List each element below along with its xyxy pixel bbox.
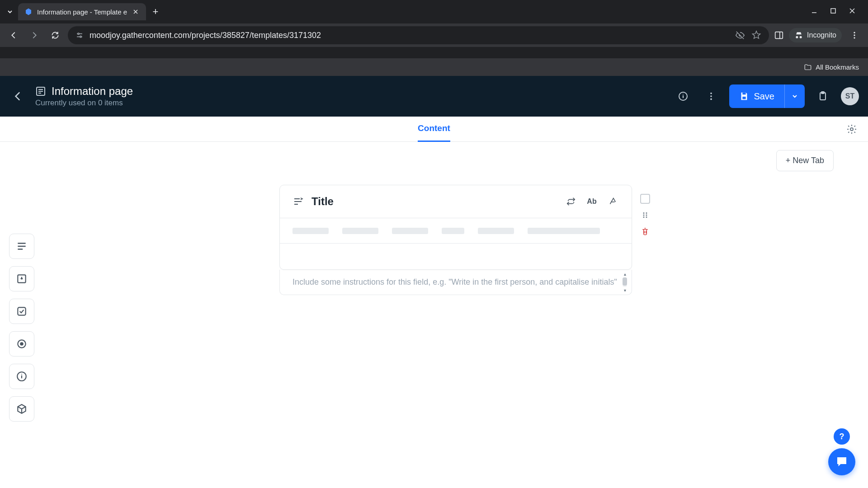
side-panel-icon[interactable] <box>774 30 784 41</box>
svg-point-4 <box>854 32 855 33</box>
url-text: moodjoy.gathercontent.com/projects/38582… <box>90 31 729 40</box>
svg-point-23 <box>646 212 647 214</box>
new-tab-button[interactable]: + New Tab <box>776 150 834 171</box>
svg-point-10 <box>711 95 712 97</box>
incognito-icon <box>794 31 803 40</box>
avatar-initials: ST <box>845 92 854 100</box>
maximize-icon[interactable] <box>830 8 836 16</box>
save-icon <box>739 91 749 101</box>
forward-icon[interactable] <box>26 27 42 43</box>
svg-point-16 <box>850 128 853 131</box>
canvas: Title Ab <box>43 179 868 422</box>
tab-content[interactable]: Content <box>418 116 450 142</box>
tool-text-field[interactable] <box>9 234 34 259</box>
new-tab-row: + New Tab <box>0 142 868 179</box>
tool-attachment[interactable] <box>9 266 34 291</box>
tool-checkbox[interactable] <box>9 299 34 324</box>
instruction-input[interactable]: Include some instructions for this field… <box>279 270 632 295</box>
svg-point-22 <box>643 212 645 214</box>
formatting-toggle-icon[interactable] <box>606 195 619 208</box>
tool-guideline[interactable] <box>9 364 34 389</box>
field-body[interactable] <box>280 243 632 269</box>
scroll-down-icon[interactable]: ▾ <box>624 288 626 293</box>
tab-bar: Information page - Template e + <box>0 0 868 23</box>
svg-point-26 <box>643 216 645 218</box>
svg-point-27 <box>646 216 647 218</box>
text-field-icon <box>292 196 303 207</box>
incognito-label: Incognito <box>807 31 836 39</box>
tab-close-icon[interactable] <box>132 8 140 16</box>
page-title: Information page <box>52 85 133 98</box>
svg-rect-3 <box>775 32 783 39</box>
plain-text-toggle[interactable]: Ab <box>585 195 598 208</box>
bookmarks-bar: All Bookmarks <box>0 58 868 76</box>
bookmark-star-icon[interactable] <box>751 30 762 41</box>
close-window-icon[interactable] <box>849 8 855 16</box>
field-title[interactable]: Title <box>311 195 334 208</box>
back-icon[interactable] <box>5 27 22 43</box>
app-header: Information page Currently used on 0 ite… <box>0 76 868 117</box>
clipboard-button[interactable] <box>813 86 833 106</box>
skeleton <box>392 228 428 234</box>
tab-title: Information page - Template e <box>37 8 127 16</box>
browser-tab[interactable]: Information page - Template e <box>18 3 146 20</box>
eye-off-icon[interactable] <box>735 30 745 41</box>
address-bar: moodjoy.gathercontent.com/projects/38582… <box>0 23 868 47</box>
repeatable-toggle-icon[interactable] <box>565 195 577 208</box>
instruction-scrollbar[interactable]: ▴ ▾ <box>621 272 629 293</box>
svg-rect-0 <box>831 9 835 13</box>
incognito-badge[interactable]: Incognito <box>789 28 842 42</box>
field-card[interactable]: Title Ab <box>279 185 632 270</box>
info-button[interactable] <box>673 86 693 106</box>
svg-point-24 <box>643 215 645 216</box>
window-controls <box>811 8 864 16</box>
url-input[interactable]: moodjoy.gathercontent.com/projects/38582… <box>68 26 769 44</box>
page-subtitle: Currently used on 0 items <box>35 99 133 108</box>
skeleton <box>442 228 464 234</box>
save-dropdown[interactable] <box>784 84 805 108</box>
instruction-placeholder: Include some instructions for this field… <box>292 276 619 288</box>
chat-launcher[interactable] <box>828 448 855 475</box>
help-button[interactable]: ? <box>834 428 850 445</box>
field-header: Title Ab <box>280 185 632 218</box>
svg-point-6 <box>854 37 855 38</box>
skeleton <box>342 228 378 234</box>
content-tab-bar: Content <box>0 117 868 142</box>
drag-handle-icon[interactable] <box>640 210 650 220</box>
user-avatar[interactable]: ST <box>841 87 859 105</box>
skeleton <box>478 228 514 234</box>
more-options-button[interactable] <box>701 86 721 106</box>
all-bookmarks-label: All Bookmarks <box>816 63 859 71</box>
browser-menu-icon[interactable] <box>846 27 863 43</box>
svg-rect-12 <box>743 93 746 95</box>
tool-radio[interactable] <box>9 331 34 357</box>
minimize-icon[interactable] <box>811 8 817 16</box>
scroll-up-icon[interactable]: ▴ <box>624 272 626 277</box>
svg-point-9 <box>711 93 712 94</box>
svg-rect-18 <box>18 307 25 315</box>
svg-point-11 <box>711 99 712 100</box>
save-button[interactable]: Save <box>729 84 784 108</box>
all-bookmarks-button[interactable]: All Bookmarks <box>804 63 859 71</box>
title-block: Information page Currently used on 0 ite… <box>35 85 133 108</box>
svg-point-20 <box>20 342 24 346</box>
save-button-group: Save <box>729 84 805 108</box>
chat-icon <box>835 455 849 469</box>
reload-icon[interactable] <box>47 27 63 43</box>
left-toolbar <box>0 179 43 422</box>
field-side-actions <box>640 194 650 236</box>
svg-point-1 <box>78 33 79 34</box>
tab-search-dropdown[interactable] <box>4 5 16 18</box>
new-tab-label: + New Tab <box>786 156 824 165</box>
tool-component[interactable] <box>9 396 34 422</box>
svg-rect-13 <box>743 97 746 99</box>
back-button[interactable] <box>9 87 27 105</box>
tab-settings-button[interactable] <box>844 122 859 136</box>
svg-point-5 <box>854 34 855 36</box>
duplicate-field-button[interactable] <box>640 194 650 204</box>
svg-point-2 <box>80 36 81 38</box>
delete-field-button[interactable] <box>640 226 650 236</box>
new-browser-tab-button[interactable]: + <box>148 4 163 19</box>
site-settings-icon[interactable] <box>75 31 84 40</box>
help-badge-label: ? <box>840 432 844 441</box>
